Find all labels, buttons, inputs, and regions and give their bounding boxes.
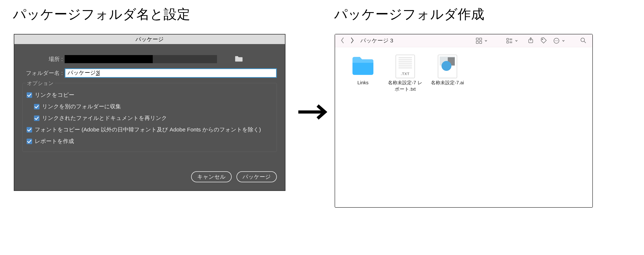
chevron-down-icon [515, 39, 518, 42]
left-caption: パッケージフォルダ名と設定 [13, 6, 190, 23]
location-label: 場所 : [22, 56, 64, 63]
finder-window: パッケージ 3 [335, 34, 593, 208]
file-item-txt[interactable]: 名称未設定-7 レポート.txt [387, 54, 424, 92]
svg-point-17 [581, 38, 584, 42]
checkbox-checked-icon [34, 116, 40, 121]
svg-rect-0 [476, 38, 478, 40]
grid-view-icon [475, 37, 483, 44]
right-caption: パッケージフォルダ作成 [334, 6, 484, 23]
chevron-down-icon [484, 39, 488, 42]
svg-rect-7 [507, 41, 508, 43]
option-label: リンクされたファイルとドキュメントを再リンク [42, 114, 167, 122]
folder-icon [234, 56, 243, 63]
tags-button[interactable] [540, 37, 547, 44]
arrow-right-icon [298, 104, 330, 120]
option-label: レポートを作成 [35, 138, 74, 145]
options-legend: オプション [26, 80, 55, 87]
button-label: パッケージ [242, 173, 271, 181]
nav-forward-button[interactable] [350, 38, 354, 44]
package-button[interactable]: パッケージ [236, 171, 277, 182]
option-label: リンクを別のフォルダーに収集 [42, 103, 121, 110]
dialog-title: パッケージ [14, 34, 285, 44]
file-label: Links [344, 80, 381, 86]
search-button[interactable] [580, 37, 587, 44]
share-icon [527, 37, 534, 44]
file-item-ai[interactable]: 名称未設定-7.ai [429, 54, 466, 86]
checkbox-checked-icon [26, 138, 32, 144]
option-create-report[interactable]: レポートを作成 [26, 138, 272, 145]
folder-name-label: フォルダー名 : [22, 70, 64, 77]
more-icon [553, 37, 560, 44]
folder-name-input[interactable]: パッケージ3 [64, 68, 277, 78]
more-actions-button[interactable] [553, 37, 565, 44]
svg-line-18 [584, 41, 586, 43]
svg-rect-1 [480, 38, 482, 40]
options-group: オプション リンクをコピー リンクを別のフォルダーに収集 リンクされたファイルと… [22, 83, 277, 152]
folder-name-value-prefix: パッケージ [68, 70, 96, 76]
browse-folder-button[interactable] [234, 56, 243, 63]
option-relink[interactable]: リンクされたファイルとドキュメントを再リンク [34, 114, 272, 122]
txt-file-icon [396, 55, 415, 78]
group-icon [506, 37, 513, 44]
svg-point-16 [557, 40, 558, 41]
ai-file-icon [438, 55, 457, 78]
checkbox-checked-icon [26, 92, 32, 98]
finder-toolbar: パッケージ 3 [335, 34, 592, 47]
group-by-button[interactable] [506, 37, 518, 44]
option-label: リンクをコピー [35, 91, 74, 99]
share-button[interactable] [527, 37, 534, 44]
option-collect-links[interactable]: リンクを別のフォルダーに収集 [34, 103, 272, 110]
folder-name-value-suffix: 3 [96, 70, 99, 76]
button-label: キャンセル [197, 173, 226, 181]
svg-point-14 [555, 40, 556, 41]
file-item-folder[interactable]: Links [344, 54, 381, 86]
svg-rect-2 [476, 41, 478, 44]
option-label: フォントをコピー (Adobe 以外の日中韓フォント及び Adobe Fonts… [35, 126, 261, 134]
search-icon [580, 37, 587, 44]
chevron-right-icon [350, 37, 354, 44]
file-label: 名称未設定-7.ai [429, 80, 466, 86]
nav-back-button[interactable] [340, 38, 344, 44]
option-copy-fonts[interactable]: フォントをコピー (Adobe 以外の日中韓フォント及び Adobe Fonts… [26, 126, 272, 134]
svg-rect-3 [480, 41, 482, 44]
chevron-left-icon [340, 37, 344, 44]
svg-rect-4 [507, 38, 508, 40]
folder-icon [344, 54, 381, 78]
chevron-down-icon [562, 39, 565, 42]
location-path-field[interactable] [64, 55, 217, 63]
option-copy-links[interactable]: リンクをコピー [26, 91, 272, 99]
tag-icon [540, 37, 547, 44]
view-mode-button[interactable] [475, 37, 488, 44]
svg-point-15 [556, 40, 557, 41]
finder-title: パッケージ 3 [360, 37, 393, 44]
file-label: 名称未設定-7 レポート.txt [387, 80, 424, 92]
text-caret [99, 70, 100, 76]
checkbox-checked-icon [26, 127, 32, 132]
cancel-button[interactable]: キャンセル [191, 171, 232, 182]
package-dialog: パッケージ 場所 : フォルダー名 : パッケージ3 [14, 34, 286, 191]
svg-point-12 [542, 39, 543, 40]
checkbox-checked-icon [34, 104, 40, 110]
